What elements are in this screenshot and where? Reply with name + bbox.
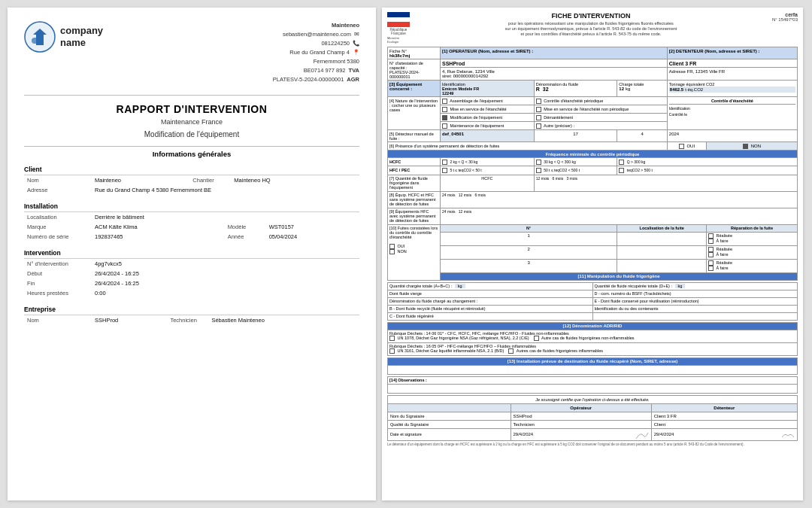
company-name-text: Mainteneo xyxy=(332,21,359,30)
q11-g2 xyxy=(592,312,798,320)
presence-oui: OUI xyxy=(667,142,706,151)
denomination-num: 32 xyxy=(543,87,549,92)
fiche-title-block: FICHE D'INTERVENTION pour les opérations… xyxy=(410,12,772,37)
marque-label: Marque xyxy=(24,222,92,232)
company-info: Mainteneo sebastien@mainteneo.com ✉ 0812… xyxy=(273,21,359,84)
q10-row2-rep: Réalisée À faire xyxy=(707,245,798,259)
cb-realisee-1 xyxy=(708,233,714,239)
val-5-500: 5 t ≤ teqCO2 < 50 t xyxy=(441,166,535,175)
charge-cell: Charge totale 12 kg xyxy=(617,81,667,97)
modele-label: Modèle xyxy=(225,222,266,232)
n4-7: Démantèlement xyxy=(534,114,667,122)
hfc-pec-label: HFC / PEC xyxy=(388,166,441,175)
cb-faire-1 xyxy=(708,239,714,244)
n4-8: Autre (préciser) : xyxy=(534,122,667,130)
q12-rubrique2: Rubrique Déchets : 16 05 04* - HFC-mélan… xyxy=(388,342,798,355)
header-divider xyxy=(24,95,359,96)
detecteur-date-m: 4 xyxy=(617,130,667,142)
company-email: sebastien@mainteneo.com xyxy=(283,30,351,39)
email-icon: ✉ xyxy=(354,30,359,39)
q8-label: [8] Équip. HCFC et HFC sans système perm… xyxy=(388,191,441,208)
cb-50-500 xyxy=(536,168,541,173)
header-left: company name Mainteneo sebastien@mainten… xyxy=(24,21,359,84)
q11-table: Quantité chargée totale (A+B+C) : kg Qua… xyxy=(387,282,798,321)
checkbox-n4-5 xyxy=(536,99,541,104)
fiche-n-value: hk38c7mj xyxy=(389,53,410,58)
checkbox-n4-2 xyxy=(442,107,447,112)
intervention-header: Intervention xyxy=(24,248,359,259)
fiche-header: RépubliqueFrançaise MinistèreEcologie FI… xyxy=(387,12,798,44)
n4-5: Contrôle d'étanchéité périodique xyxy=(534,97,667,105)
technicien-value: Sébastien Mainteneo xyxy=(208,315,359,326)
q12-header: [12] Dénomination ADR/RID xyxy=(388,322,798,330)
n4-4: Maintenance de l'équipement xyxy=(441,122,535,130)
q14-table: [14] Observations : xyxy=(387,376,798,394)
location-icon: 📍 xyxy=(353,48,359,57)
q10-n-col: N° xyxy=(441,224,617,232)
cb-oui-fuite xyxy=(389,244,395,249)
detecteur-date-y: 2024 xyxy=(667,130,797,142)
heures-value: 0:00 xyxy=(92,288,359,298)
n4-2: Mise en service de l'étanchéité xyxy=(441,105,535,114)
q11-header: [11] Manipulation du fluide frigorigène xyxy=(441,272,798,280)
val-2-30: 2 kg < Q < 30 kg xyxy=(441,158,535,166)
q10-row1-loc xyxy=(617,232,707,245)
q7-hcfc: HCFC xyxy=(441,175,535,191)
nature-header: [4] Nature de l'intervention : cocher un… xyxy=(388,97,441,130)
right-panel: RépubliqueFrançaise MinistèreEcologie FI… xyxy=(382,8,803,500)
q10-row3-rep: Réalisée À faire xyxy=(707,259,798,272)
localisation-value: Derrière le bâtiment xyxy=(92,212,359,223)
company-logo-icon xyxy=(24,21,56,53)
qualite-sig-label: Qualité du Signataire xyxy=(388,420,511,428)
left-panel: company name Mainteneo sebastien@mainten… xyxy=(8,8,376,500)
num-inter-label: N° d'intervention xyxy=(24,259,92,269)
charge-value: 12 xyxy=(619,87,624,91)
cb-realisee-3 xyxy=(708,260,714,266)
n4-1: Assemblage de l'équipement xyxy=(441,97,535,105)
nom-sig-det: Client 3 FR xyxy=(651,412,797,420)
fin-label: Fin xyxy=(24,278,92,288)
cb-q12-1 xyxy=(389,336,395,341)
detenteur-name: Client 3 FR xyxy=(667,59,797,68)
q11-e: E - Dont fluide conservé pour réutilisat… xyxy=(592,297,798,305)
q13-content xyxy=(388,365,798,374)
fiche-main-table: Fiche N° hk38c7mj [1] OPERATEUR (Nom, ad… xyxy=(387,47,798,281)
date-sig-label: Date et signature xyxy=(388,428,511,440)
qualite-sig-det: Client xyxy=(651,420,797,428)
q10-row1-n: 1 xyxy=(441,232,617,245)
logo-line2: name xyxy=(60,37,103,49)
cerfa-block: cerfa N° 15497*03 xyxy=(772,12,798,22)
attestation-cell: N° d'attestation de capacité : PLATESV-2… xyxy=(388,59,441,81)
q10-row3-n: 3 xyxy=(441,259,617,272)
signature-table: Je soussigné certifie que l'opération ci… xyxy=(387,395,798,441)
cb-5-500 xyxy=(442,168,447,173)
fiche-title: FICHE D'INTERVENTION xyxy=(416,12,766,20)
annee-value: 05/04/2024 xyxy=(266,232,359,242)
checkbox-n4-1 xyxy=(442,99,447,104)
entreprise-header: Entreprise xyxy=(24,304,359,315)
equipement-header: [3] Équipement concerné : xyxy=(388,81,441,97)
modele-value: WST0157 xyxy=(266,222,359,232)
controle-cell: Contrôle d'étanchéité Identification Con… xyxy=(667,97,797,130)
detecteur-value: def_04501 xyxy=(441,130,535,142)
report-subtitle: Maintenance France xyxy=(24,118,359,126)
q11-f: C - Dont fluide régénéré xyxy=(388,312,593,320)
q10-row2-n: 2 xyxy=(441,245,617,259)
checkbox-n4-8 xyxy=(536,123,541,129)
cb-non-fuite xyxy=(389,249,395,254)
cb-30-300 xyxy=(536,160,541,165)
flag-white xyxy=(387,17,410,23)
cb-q12-2 xyxy=(534,336,539,341)
cb-q12-4 xyxy=(508,348,514,354)
val-500plus: teqCO2 > 500 t xyxy=(617,166,798,175)
section-general-title: Informations générales xyxy=(24,150,359,158)
cb-2-30 xyxy=(442,160,447,165)
chantier-value: Mainteneo HQ xyxy=(231,175,359,186)
date-sig-op: 29/4/2024 xyxy=(511,428,651,440)
fiche-subtitle: pour les opérations nécessitant une mani… xyxy=(416,21,766,37)
q11-b: Dont fluide vierge xyxy=(388,290,593,297)
operateur-col: Opérateur xyxy=(511,403,651,412)
q11-a-label: Quantité chargée totale (A+B+C) : kg xyxy=(388,282,593,290)
q14-header: [14] Observations : xyxy=(388,376,798,384)
nom-sig-op: SSHProd xyxy=(511,412,651,420)
